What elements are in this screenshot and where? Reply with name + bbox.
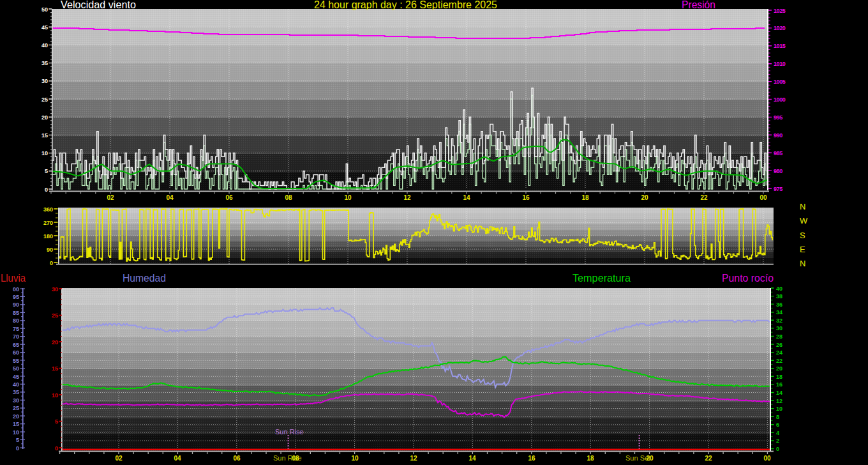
svg-text:Lluvia: Lluvia [1,272,26,284]
svg-text:18: 18 [581,194,589,201]
svg-text:40: 40 [13,381,19,388]
svg-text:08: 08 [285,194,292,201]
svg-text:04: 04 [166,194,174,201]
svg-text:10: 10 [344,194,352,201]
svg-text:35: 35 [41,60,48,66]
svg-text:30: 30 [776,325,782,332]
svg-text:30: 30 [52,286,58,293]
svg-text:50: 50 [41,6,48,13]
svg-text:95: 95 [13,294,19,300]
svg-text:270: 270 [43,220,53,226]
svg-text:25: 25 [41,96,48,103]
svg-text:5: 5 [45,168,48,174]
svg-text:E: E [800,245,805,254]
svg-text:32: 32 [776,317,782,324]
svg-text:40: 40 [776,286,782,292]
svg-text:5: 5 [55,418,58,425]
svg-text:Temperatura: Temperatura [572,272,631,284]
svg-text:18: 18 [776,374,782,380]
svg-text:24: 24 [776,349,782,356]
svg-text:36: 36 [776,301,782,308]
svg-text:24 hour graph day : 26 Septiem: 24 hour graph day : 26 Septiembre 2025 [314,0,497,11]
svg-text:16: 16 [528,455,535,462]
svg-text:20: 20 [52,339,58,346]
svg-text:Humedad: Humedad [123,272,166,284]
svg-text:16: 16 [522,194,530,201]
svg-text:W: W [800,216,808,225]
svg-text:20: 20 [13,413,19,420]
svg-text:20: 20 [41,114,48,121]
svg-text:1020: 1020 [774,25,786,31]
svg-text:1015: 1015 [774,43,786,49]
svg-text:85: 85 [13,310,19,316]
svg-text:22: 22 [700,194,708,201]
svg-text:70: 70 [13,333,19,340]
svg-text:1025: 1025 [774,8,786,14]
svg-text:45: 45 [13,374,19,380]
svg-text:S: S [800,231,805,240]
svg-text:Presión: Presión [682,0,715,11]
svg-text:18: 18 [587,455,594,462]
svg-text:2: 2 [776,438,779,444]
svg-text:00: 00 [760,194,767,201]
svg-text:65: 65 [13,342,19,348]
svg-text:12: 12 [776,398,782,404]
svg-text:20: 20 [646,455,654,462]
svg-text:08: 08 [292,455,299,462]
svg-text:15: 15 [52,365,58,372]
svg-text:34: 34 [776,309,782,316]
svg-text:0: 0 [55,445,58,452]
svg-text:15: 15 [13,421,19,427]
svg-text:10: 10 [41,150,48,156]
svg-text:N: N [800,259,805,268]
svg-text:90: 90 [47,247,53,253]
svg-text:06: 06 [233,455,241,462]
svg-text:22: 22 [705,455,712,462]
svg-text:360: 360 [43,206,53,213]
svg-text:25: 25 [52,312,58,319]
svg-text:0: 0 [16,445,19,452]
svg-text:10: 10 [776,406,782,412]
svg-text:75: 75 [13,326,19,332]
svg-text:14: 14 [463,194,470,201]
svg-text:38: 38 [776,293,782,300]
svg-text:14: 14 [468,455,476,462]
svg-text:10: 10 [52,392,58,399]
svg-text:985: 985 [774,150,782,156]
svg-text:12: 12 [410,455,417,462]
svg-text:02: 02 [115,455,123,462]
svg-text:20: 20 [776,365,782,372]
svg-text:1005: 1005 [774,79,786,85]
svg-text:55: 55 [13,358,19,364]
svg-text:Punto rocío: Punto rocío [722,272,774,284]
svg-text:16: 16 [776,381,782,388]
svg-text:1010: 1010 [774,61,786,67]
svg-text:1000: 1000 [774,96,786,103]
svg-text:980: 980 [774,168,782,174]
svg-text:90: 90 [13,301,19,308]
svg-text:4: 4 [776,430,779,436]
svg-text:60: 60 [13,349,19,356]
svg-text:0: 0 [50,260,53,266]
svg-text:975: 975 [774,186,782,192]
svg-text:Velocidad viento: Velocidad viento [61,0,136,11]
svg-text:02: 02 [107,194,114,201]
svg-text:20: 20 [641,194,648,201]
svg-text:10: 10 [351,455,359,462]
svg-text:0: 0 [45,187,48,193]
svg-text:22: 22 [776,358,782,364]
svg-text:N: N [800,202,805,211]
svg-text:04: 04 [174,455,181,462]
svg-text:10: 10 [13,429,19,436]
svg-text:50: 50 [13,365,19,372]
svg-text:30: 30 [13,397,19,404]
svg-text:0: 0 [776,446,779,452]
svg-text:995: 995 [774,114,782,121]
svg-text:15: 15 [41,132,48,139]
svg-text:990: 990 [774,132,782,139]
svg-text:12: 12 [403,194,411,201]
svg-text:Sun Rise: Sun Rise [275,428,304,436]
svg-text:80: 80 [13,317,19,324]
svg-text:6: 6 [776,422,779,428]
svg-text:00: 00 [13,286,19,293]
